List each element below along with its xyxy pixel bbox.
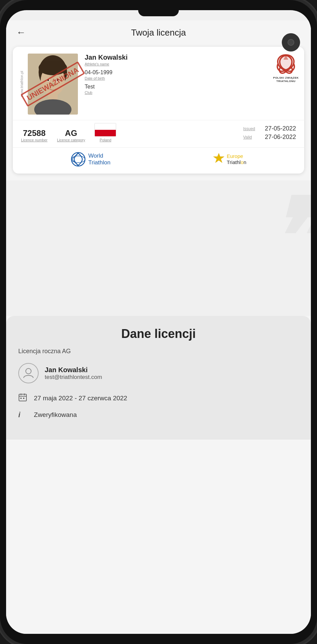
flag-red-stripe	[95, 130, 116, 136]
back-button[interactable]: ←	[16, 27, 26, 38]
valid-row: Valid 27-06-2022	[243, 134, 296, 141]
pzt-text: POLSKI ZWIĄZEK TRIATHLONU	[273, 76, 299, 83]
flag-white-stripe	[95, 123, 116, 130]
europe-triathlon-text: EuropeTriathlon	[227, 153, 247, 165]
svg-rect-15	[19, 394, 26, 401]
licence-number-value: 72588	[21, 128, 47, 138]
svg-point-12	[71, 156, 85, 163]
athlete-name-label: Athlete's name	[85, 62, 297, 66]
pzt-logo: POLSKI ZWIĄZEK TRIATHLONU	[273, 52, 299, 83]
licence-category-value: AG	[57, 128, 85, 138]
club-label: Club	[85, 90, 297, 95]
dates-text: 27 maja 2022 - 27 czerwca 2022	[34, 395, 127, 402]
status-row: i Zweryfikowana	[18, 410, 299, 419]
world-triathlon-logo: WorldTriathlon	[71, 152, 111, 167]
world-triathlon-text: WorldTriathlon	[88, 153, 111, 166]
svg-marker-13	[213, 153, 224, 163]
athlete-name: Jan Kowalski	[85, 54, 297, 61]
issued-key: Issued	[243, 126, 261, 131]
calendar-icon	[18, 393, 29, 404]
notch	[138, 10, 179, 16]
main-bg: ❞	[6, 180, 311, 316]
notch-area	[6, 10, 311, 20]
country-label: Poland	[100, 138, 111, 142]
phone-screen: ← Twoja licencja www.triathlon.pl	[6, 10, 311, 634]
person-icon	[18, 363, 39, 383]
svg-point-14	[26, 368, 31, 374]
panel-title: Dane licencji	[18, 327, 299, 341]
card-top: www.triathlon.pl	[13, 47, 304, 120]
person-info: Jan Kowalski test@triathlontest.com	[45, 366, 102, 381]
photo-container: UNIEWAŻNIONA	[28, 54, 78, 115]
camera-icon	[288, 39, 294, 46]
poland-flag	[94, 123, 116, 137]
dates-row: 27 maja 2022 - 27 czerwca 2022	[18, 393, 299, 404]
issued-row: Issued 27-05-2022	[243, 125, 296, 132]
athlete-club: Test	[85, 84, 297, 90]
licence-category-field: AG Licence category	[57, 128, 85, 142]
licence-number-label: Licence number	[21, 138, 47, 142]
card-info: Jan Kowalski Athlete's name 04-05-1999 D…	[78, 54, 297, 115]
person-email: test@triathlontest.com	[45, 374, 102, 381]
person-row: Jan Kowalski test@triathlontest.com	[18, 363, 299, 383]
issued-value: 27-05-2022	[265, 125, 296, 132]
info-icon: i	[18, 410, 29, 419]
flag-container: Poland	[94, 123, 116, 142]
svg-point-11	[71, 153, 85, 166]
header: ← Twoja licencja	[6, 20, 311, 43]
svg-rect-19	[20, 398, 22, 399]
valid-key: Valid	[243, 135, 261, 140]
athlete-dob: 04-05-1999	[85, 69, 297, 76]
card-bottom: 72588 Licence number AG Licence category…	[13, 120, 304, 147]
licence-number-field: 72588 Licence number	[21, 128, 47, 142]
screen-content: ← Twoja licencja www.triathlon.pl	[6, 20, 311, 634]
licence-type: Licencja roczna AG	[18, 348, 299, 355]
logos-row: WorldTriathlon EuropeTriathlon	[13, 147, 304, 174]
svg-rect-20	[23, 398, 24, 399]
status-text: Zweryfikowana	[34, 411, 77, 419]
europe-triathlon-logo: EuropeTriathlon	[213, 153, 247, 166]
licence-category-label: Licence category	[57, 138, 85, 142]
phone-frame: ← Twoja licencja www.triathlon.pl	[0, 0, 317, 644]
camera-button[interactable]	[282, 33, 300, 52]
valid-value: 27-06-2022	[265, 134, 296, 141]
person-name: Jan Kowalski	[45, 366, 102, 374]
dob-label: Date of birth	[85, 76, 297, 80]
europe-triathlon-icon	[213, 153, 225, 166]
watermark: ❞	[267, 187, 311, 289]
licence-card: www.triathlon.pl	[13, 47, 304, 174]
page-title: Twoja licencja	[131, 27, 186, 38]
bottom-panel: Dane licencji Licencja roczna AG Jan Kow…	[6, 316, 311, 440]
dates-section: Issued 27-05-2022 Valid 27-06-2022	[243, 125, 296, 142]
